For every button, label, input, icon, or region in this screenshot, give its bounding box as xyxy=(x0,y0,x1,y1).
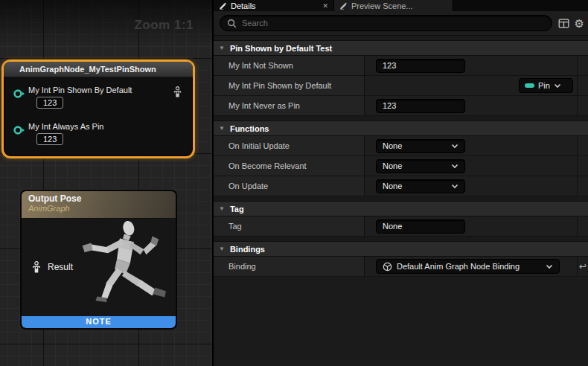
property-label: Tag xyxy=(214,216,365,236)
tab-preview-scene[interactable]: Preview Scene... xyxy=(334,0,453,11)
property-row: Tag None xyxy=(214,216,588,237)
node-pin-row: My Int Pin Shown By Default 123 xyxy=(4,83,193,118)
tab-label: Details xyxy=(231,1,256,10)
pin-pill-icon xyxy=(525,83,534,88)
my-int-not-shown-input[interactable]: 123 xyxy=(376,59,465,73)
search-icon xyxy=(227,19,237,28)
view-options-grid-icon[interactable] xyxy=(558,19,569,28)
pose-pin-person-icon xyxy=(31,260,42,274)
collapse-arrow-icon[interactable]: ▼ xyxy=(219,45,225,51)
property-label: My Int Never as Pin xyxy=(214,96,365,115)
output-node-header: Output Pose AnimGraph xyxy=(22,191,176,219)
property-label: My Int Pin Shown by Default xyxy=(214,76,365,95)
on-update-dropdown[interactable]: None xyxy=(376,179,465,193)
output-pose-node[interactable]: Output Pose AnimGraph xyxy=(20,190,177,330)
chevron-down-icon xyxy=(451,144,458,149)
property-row: My Int Not Shown 123 xyxy=(214,56,588,76)
panel-tab-bar: Details ✕ Preview Scene... xyxy=(214,0,588,11)
collapse-arrow-icon[interactable]: ▼ xyxy=(219,205,225,212)
property-label: My Int Not Shown xyxy=(214,56,365,75)
on-become-relevant-dropdown[interactable]: None xyxy=(376,159,465,173)
details-panel: Details ✕ Preview Scene... ⚙ ▼ Pin xyxy=(212,0,588,366)
section-header-bindings[interactable]: ▼ Bindings xyxy=(214,241,588,257)
pin-dropdown-button[interactable]: Pin xyxy=(519,78,573,93)
binding-dropdown[interactable]: Default Anim Graph Node Binding xyxy=(376,259,560,274)
person-icon xyxy=(172,86,183,98)
search-row: ⚙ xyxy=(214,11,588,36)
section-header-pin-shown-by-default-test[interactable]: ▼ Pin Shown by Default Test xyxy=(214,40,588,56)
property-label: On Update xyxy=(214,176,365,196)
search-box[interactable] xyxy=(220,15,552,31)
preview-scene-tab-icon xyxy=(339,1,348,10)
mannequin-image xyxy=(64,217,174,315)
chevron-down-icon xyxy=(546,264,553,269)
property-label: On Become Relevant xyxy=(214,156,365,176)
property-label: On Initial Update xyxy=(214,136,365,155)
search-input[interactable] xyxy=(242,19,545,28)
tab-details[interactable]: Details ✕ xyxy=(214,0,334,11)
on-initial-update-dropdown[interactable]: None xyxy=(376,139,465,153)
property-row: On Become Relevant None xyxy=(214,156,588,176)
int-pin-icon[interactable] xyxy=(13,125,25,135)
output-node-body: Result xyxy=(22,219,176,316)
chevron-down-icon xyxy=(554,83,561,89)
result-pin-label: Result xyxy=(48,262,73,272)
node-title[interactable]: AnimGraphNode_MyTestPinShown xyxy=(4,62,193,77)
int-pin-icon[interactable] xyxy=(13,89,25,99)
pin-label: My Int Pin Shown By Default xyxy=(28,86,132,94)
property-row: My Int Never as Pin 123 xyxy=(214,96,588,116)
pin-value-input[interactable]: 123 xyxy=(36,97,63,109)
property-label: Binding xyxy=(214,257,365,276)
reset-to-default-icon[interactable]: ↩ xyxy=(578,257,588,276)
details-tab-icon xyxy=(219,1,227,10)
chevron-down-icon xyxy=(451,164,458,169)
collapse-arrow-icon[interactable]: ▼ xyxy=(219,125,225,132)
note-banner[interactable]: NOTE xyxy=(22,316,176,328)
anim-graph-node[interactable]: AnimGraphNode_MyTestPinShown My Int Pin … xyxy=(1,60,195,158)
close-tab-icon[interactable]: ✕ xyxy=(322,2,328,10)
property-list: ▼ Pin Shown by Default Test My Int Not S… xyxy=(214,36,588,277)
section-header-tag[interactable]: ▼ Tag xyxy=(214,201,588,216)
tag-input[interactable]: None xyxy=(376,219,465,234)
tab-label: Preview Scene... xyxy=(351,1,413,10)
property-row: On Initial Update None xyxy=(214,136,588,156)
section-header-functions[interactable]: ▼ Functions xyxy=(214,121,588,136)
result-pin[interactable]: Result xyxy=(31,260,73,274)
zoom-level-label: Zoom 1:1 xyxy=(134,18,194,33)
my-int-never-as-pin-input[interactable]: 123 xyxy=(376,99,465,113)
property-row: Binding Default Anim Graph Node Binding … xyxy=(214,257,588,277)
property-row: On Update None xyxy=(214,176,588,196)
collapse-arrow-icon[interactable]: ▼ xyxy=(219,245,225,252)
node-pin-row: My Int Always As Pin 123 xyxy=(4,119,193,154)
property-row: My Int Pin Shown by Default Pin xyxy=(214,76,588,96)
pin-value-input[interactable]: 123 xyxy=(36,133,63,145)
settings-gear-icon[interactable]: ⚙ xyxy=(575,18,584,29)
pin-label: My Int Always As Pin xyxy=(28,122,103,131)
binding-sphere-icon xyxy=(383,262,392,272)
anim-graph-canvas[interactable]: Zoom 1:1 AnimGraphNode_MyTestPinShown My… xyxy=(0,0,212,366)
output-node-subtitle: AnimGraph xyxy=(28,204,176,213)
output-node-title: Output Pose xyxy=(28,193,176,204)
chevron-down-icon xyxy=(451,184,458,189)
